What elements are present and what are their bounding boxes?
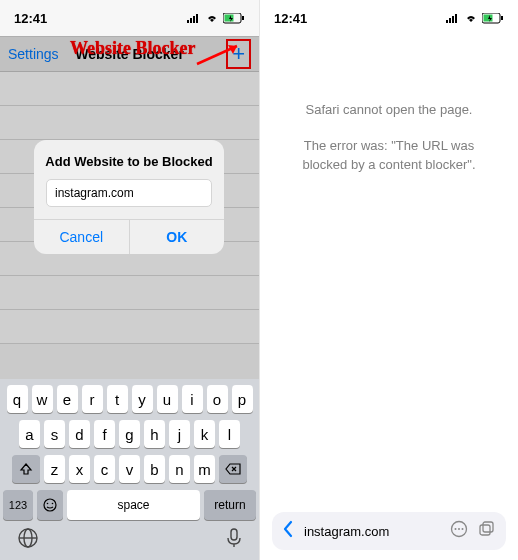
svg-rect-16 [446,20,448,23]
key-v[interactable]: v [119,455,140,483]
ellipsis-circle-icon [450,520,468,538]
phone-right: 12:41 Safari cannot open the page. The e… [259,0,518,560]
mic-icon [226,527,242,549]
mic-key[interactable] [226,527,242,554]
key-k[interactable]: k [194,420,215,448]
wifi-icon [205,13,219,23]
website-input[interactable] [46,179,212,207]
svg-rect-5 [242,16,244,20]
svg-rect-18 [452,16,454,23]
key-z[interactable]: z [44,455,65,483]
battery-icon [223,13,245,24]
url-text[interactable]: instagram.com [304,524,440,539]
svg-rect-1 [190,18,192,23]
key-x[interactable]: x [69,455,90,483]
number-key[interactable]: 123 [3,490,33,520]
svg-rect-28 [483,522,493,532]
tabs-icon [478,520,496,538]
svg-point-26 [462,528,464,530]
error-line-1: Safari cannot open the page. [280,100,498,120]
svg-point-9 [44,499,56,511]
svg-rect-17 [449,18,451,23]
key-i[interactable]: i [182,385,203,413]
svg-rect-27 [480,525,490,535]
key-l[interactable]: l [219,420,240,448]
battery-icon [482,13,504,24]
page-menu-button[interactable] [450,520,468,542]
key-t[interactable]: t [107,385,128,413]
backspace-key[interactable] [219,455,247,483]
key-y[interactable]: y [132,385,153,413]
status-bar: 12:41 [0,0,259,36]
key-m[interactable]: m [194,455,215,483]
key-d[interactable]: d [69,420,90,448]
cancel-button[interactable]: Cancel [34,220,130,254]
ok-button[interactable]: OK [130,220,225,254]
key-p[interactable]: p [232,385,253,413]
svg-rect-2 [193,16,195,23]
key-f[interactable]: f [94,420,115,448]
svg-point-10 [47,503,49,505]
key-a[interactable]: a [19,420,40,448]
svg-rect-21 [501,16,503,20]
svg-rect-19 [455,14,457,23]
key-g[interactable]: g [119,420,140,448]
tabs-button[interactable] [478,520,496,542]
svg-rect-3 [196,14,198,23]
space-key[interactable]: space [67,490,200,520]
status-time: 12:41 [274,11,307,26]
safari-error: Safari cannot open the page. The error w… [260,100,518,191]
status-icons [187,13,245,24]
emoji-icon [42,497,58,513]
emoji-key[interactable] [37,490,63,520]
svg-rect-0 [187,20,189,23]
key-e[interactable]: e [57,385,78,413]
status-bar: 12:41 [260,0,518,36]
phone-left: 12:41 Settings Website Blocker + Website… [0,0,259,560]
key-c[interactable]: c [94,455,115,483]
key-u[interactable]: u [157,385,178,413]
keyboard: qwertyuiop asdfghjkl zxcvbnm 123 space r… [0,379,259,560]
annotation-arrow-icon [195,40,255,70]
svg-rect-15 [231,529,237,540]
key-w[interactable]: w [32,385,53,413]
key-b[interactable]: b [144,455,165,483]
key-r[interactable]: r [82,385,103,413]
key-n[interactable]: n [169,455,190,483]
backspace-icon [224,462,242,476]
shift-icon [19,462,33,476]
status-icons [446,13,504,24]
globe-icon [17,527,39,549]
svg-point-24 [455,528,457,530]
svg-point-25 [458,528,460,530]
return-key[interactable]: return [204,490,256,520]
error-line-2: The error was: "The URL was blocked by a… [280,136,498,175]
shift-key[interactable] [12,455,40,483]
key-h[interactable]: h [144,420,165,448]
signal-icon [187,13,201,23]
key-o[interactable]: o [207,385,228,413]
svg-point-11 [52,503,54,505]
wifi-icon [464,13,478,23]
chevron-left-icon [282,520,294,538]
status-time: 12:41 [14,11,47,26]
globe-key[interactable] [17,527,39,554]
annotation-text: Website Blocker [70,38,195,59]
add-website-alert: Add Website to be Blocked Cancel OK [34,140,224,254]
key-s[interactable]: s [44,420,65,448]
alert-title: Add Website to be Blocked [34,140,224,179]
signal-icon [446,13,460,23]
back-button[interactable] [282,520,294,543]
safari-address-bar[interactable]: instagram.com [272,512,506,550]
key-j[interactable]: j [169,420,190,448]
key-q[interactable]: q [7,385,28,413]
